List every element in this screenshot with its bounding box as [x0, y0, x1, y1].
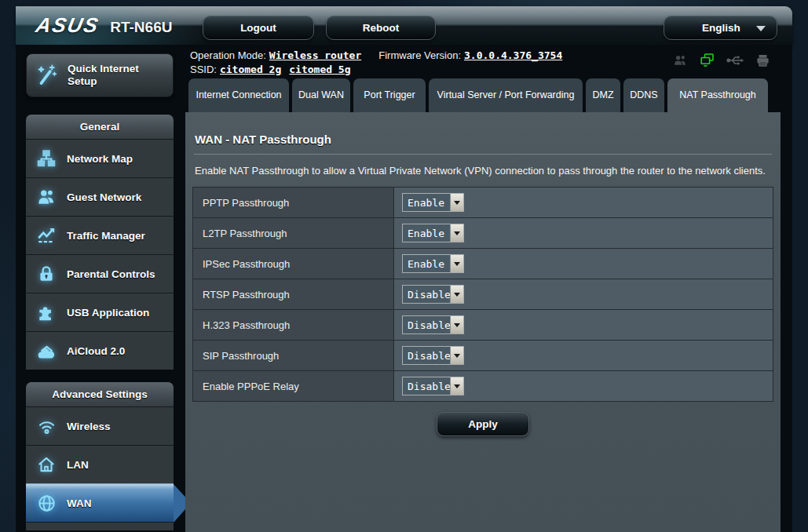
dropdown-arrow-icon[interactable]	[450, 224, 463, 242]
operation-mode-link[interactable]: Wireless router	[269, 49, 361, 61]
dropdown-arrow-icon[interactable]	[450, 255, 463, 272]
quick-internet-setup-label: Quick Internet Setup	[68, 63, 160, 88]
select-value: Enable	[403, 258, 450, 270]
setting-label: SIP Passthrough	[193, 341, 394, 371]
select-value: Disable	[403, 319, 450, 331]
sidebar-item-network-map[interactable]: Network Map	[26, 139, 174, 177]
pptp-passthrough-select[interactable]: Enable	[402, 193, 464, 212]
table-row: Enable PPPoE Relay Disable	[193, 371, 773, 402]
sidebar-item-guest-network[interactable]: Guest Network	[26, 177, 174, 216]
router-admin-page: { "header": { "brand": "ASUS", "model": …	[0, 0, 808, 532]
sidebar-item-usb-application[interactable]: USB Application	[26, 293, 174, 331]
sidebar-item-label: AiCloud 2.0	[67, 345, 125, 357]
select-value: Disable	[403, 350, 450, 362]
select-value: Enable	[403, 228, 450, 239]
tab-ddns[interactable]: DDNS	[623, 78, 664, 112]
dropdown-arrow-icon[interactable]	[450, 347, 463, 364]
sidebar-item-traffic-manager[interactable]: Traffic Manager	[26, 216, 174, 254]
sip-passthrough-select[interactable]: Disable	[402, 346, 464, 365]
operation-mode-label: Operation Mode:	[190, 49, 266, 61]
firmware-version-link[interactable]: 3.0.0.4.376_3754	[464, 49, 562, 61]
home-icon	[26, 454, 67, 475]
dropdown-arrow-icon[interactable]	[450, 377, 463, 395]
pppoe-relay-select[interactable]: Disable	[402, 377, 464, 395]
sidebar-item-label: WAN	[67, 497, 92, 509]
tab-nat-passthrough[interactable]: NAT Passthrough	[667, 78, 768, 112]
clients-icon[interactable]	[672, 53, 689, 68]
language-dropdown[interactable]: English	[664, 16, 777, 40]
dropdown-arrow-icon[interactable]	[450, 194, 463, 211]
setting-value-cell: Disable	[394, 371, 773, 402]
tab-dual-wan[interactable]: Dual WAN	[292, 78, 350, 112]
sidebar-item-label: Network Map	[67, 153, 133, 165]
setting-label: H.323 Passthrough	[193, 310, 394, 341]
magic-wand-icon	[27, 64, 68, 87]
setting-value-cell: Enable	[394, 188, 773, 218]
settings-table: PPTP Passthrough Enable L2TP Passthrough	[192, 187, 773, 402]
setting-label: PPTP Passthrough	[193, 188, 394, 218]
sidebar-item-label: Traffic Manager	[67, 230, 145, 242]
sidebar-item-label: LAN	[67, 459, 89, 471]
language-value: English	[702, 22, 740, 34]
reboot-button[interactable]: Reboot	[326, 16, 436, 40]
section-header-general: General	[26, 115, 174, 139]
sidebar-item-parental-controls[interactable]: Parental Controls	[26, 254, 174, 293]
sidebar-item-aicloud[interactable]: AiCloud 2.0	[26, 331, 174, 370]
firmware-label: Firmware Version:	[378, 49, 461, 61]
tab-port-trigger[interactable]: Port Trigger	[353, 78, 426, 112]
table-row: L2TP Passthrough Enable	[193, 218, 773, 249]
setting-value-cell: Enable	[394, 249, 773, 279]
dropdown-arrow-icon[interactable]	[450, 286, 463, 303]
setting-label: L2TP Passthrough	[193, 218, 394, 249]
tab-internet-connection[interactable]: Internet Connection	[188, 78, 289, 112]
sidebar: Quick Internet Setup General Network Map	[26, 53, 174, 530]
puzzle-icon	[26, 302, 67, 322]
guest-network-icon	[26, 187, 67, 207]
table-row: SIP Passthrough Disable	[193, 341, 773, 371]
globe-icon	[26, 493, 67, 514]
l2tp-passthrough-select[interactable]: Enable	[402, 224, 464, 242]
model-name: RT-N66U	[110, 19, 172, 36]
internet-status-icon[interactable]	[699, 52, 716, 68]
sidebar-item-wireless[interactable]: Wireless	[26, 406, 174, 445]
info-bar: Operation Mode:Wireless routerFirmware V…	[185, 45, 781, 77]
logout-button[interactable]: Logout	[203, 16, 314, 40]
content-column: Operation Mode:Wireless routerFirmware V…	[185, 45, 781, 532]
tab-bar: Internet Connection Dual WAN Port Trigge…	[185, 78, 781, 112]
traffic-manager-icon	[26, 225, 67, 246]
setting-value-cell: Disable	[394, 310, 773, 341]
table-row: RTSP Passthrough Disable	[193, 279, 773, 310]
rtsp-passthrough-select[interactable]: Disable	[402, 285, 464, 304]
tab-virtual-server-port-forwarding[interactable]: Virtual Server / Port Forwarding	[429, 78, 583, 112]
quick-internet-setup-button[interactable]: Quick Internet Setup	[26, 53, 174, 97]
ssid-5g-link[interactable]: citomed 5g	[289, 64, 350, 75]
sidebar-item-label: Parental Controls	[67, 268, 155, 280]
chevron-down-icon	[756, 26, 766, 31]
printer-icon[interactable]	[755, 53, 771, 68]
tab-dmz[interactable]: DMZ	[586, 78, 620, 112]
sidebar-gap	[26, 370, 174, 382]
table-row: IPSec Passthrough Enable	[193, 249, 773, 279]
top-banner: ASUS RT-N66U Logout Reboot English	[16, 6, 792, 45]
sidebar-item-partial[interactable]	[26, 522, 174, 530]
ssid-2g-link[interactable]: citomed 2g	[220, 64, 281, 75]
lock-icon	[26, 264, 67, 284]
apply-button[interactable]: Apply	[437, 412, 529, 436]
wifi-icon	[26, 416, 67, 437]
sidebar-item-wan[interactable]: WAN	[26, 483, 174, 522]
select-value: Enable	[403, 197, 450, 209]
page-description: Enable NAT Passthrough to allow a Virtua…	[195, 165, 771, 177]
table-row: PPTP Passthrough Enable	[193, 188, 773, 218]
sidebar-item-lan[interactable]: LAN	[26, 445, 174, 483]
usb-icon[interactable]	[726, 53, 744, 67]
setting-value-cell: Disable	[394, 341, 773, 371]
setting-value-cell: Disable	[394, 279, 773, 310]
dropdown-arrow-icon[interactable]	[450, 316, 463, 333]
ipsec-passthrough-select[interactable]: Enable	[402, 254, 464, 273]
cloud-icon	[26, 341, 67, 362]
section-header-advanced-settings: Advanced Settings	[26, 382, 174, 406]
main-panel: WAN - NAT Passthrough Enable NAT Passthr…	[185, 112, 781, 532]
setting-value-cell: Enable	[394, 218, 773, 249]
table-row: H.323 Passthrough Disable	[193, 310, 773, 341]
h323-passthrough-select[interactable]: Disable	[402, 315, 464, 334]
